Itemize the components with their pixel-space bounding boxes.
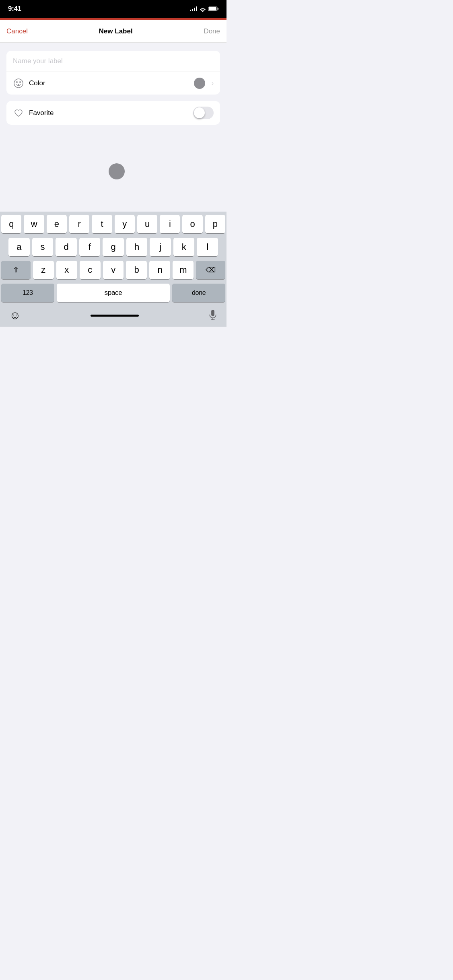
favorite-card: Favorite (6, 101, 220, 125)
key-t[interactable]: t (92, 215, 112, 233)
favorite-label: Favorite (29, 109, 188, 117)
key-k[interactable]: k (173, 238, 195, 256)
main-content-area (0, 131, 226, 212)
key-b[interactable]: b (126, 261, 147, 279)
svg-rect-7 (211, 310, 214, 316)
key-f[interactable]: f (79, 238, 101, 256)
svg-point-3 (14, 79, 23, 88)
signal-icon (190, 6, 197, 11)
keyboard-row-2: a s d f g h j k l (1, 238, 225, 256)
battery-icon (208, 6, 218, 11)
keyboard-row-3: ⇧ z x c v b n m ⌫ (1, 261, 225, 279)
svg-rect-1 (209, 7, 216, 10)
emoji-icon[interactable]: ☺ (9, 309, 21, 322)
favorite-toggle[interactable] (193, 107, 214, 119)
key-v[interactable]: v (103, 261, 124, 279)
microphone-icon[interactable] (208, 310, 217, 321)
key-o[interactable]: o (182, 215, 202, 233)
heart-icon (13, 107, 24, 119)
wifi-icon (200, 6, 206, 11)
key-m[interactable]: m (173, 261, 194, 279)
toggle-knob (194, 107, 205, 118)
key-x[interactable]: x (56, 261, 77, 279)
delete-key[interactable]: ⌫ (196, 261, 225, 279)
home-indicator (91, 315, 139, 317)
palette-icon (13, 78, 24, 89)
svg-point-5 (19, 81, 21, 83)
numbers-key[interactable]: 123 (1, 284, 54, 302)
key-h[interactable]: h (126, 238, 148, 256)
key-c[interactable]: c (80, 261, 101, 279)
color-chevron-icon: › (212, 80, 214, 87)
page-title: New Label (99, 27, 133, 35)
svg-rect-2 (218, 8, 218, 10)
label-form-card: Color › (6, 51, 220, 95)
key-s[interactable]: s (32, 238, 54, 256)
keyboard-row-4: 123 space done (1, 284, 225, 302)
keyboard-done-key[interactable]: done (172, 284, 225, 302)
key-u[interactable]: u (137, 215, 157, 233)
key-y[interactable]: y (115, 215, 135, 233)
key-e[interactable]: e (47, 215, 67, 233)
color-row[interactable]: Color › (6, 72, 220, 95)
floating-dot (109, 163, 125, 179)
cancel-button[interactable]: Cancel (6, 27, 28, 35)
favorite-row: Favorite (6, 101, 220, 125)
key-a[interactable]: a (8, 238, 30, 256)
color-label: Color (29, 79, 189, 87)
key-p[interactable]: p (205, 215, 225, 233)
shift-key[interactable]: ⇧ (1, 261, 31, 279)
done-button[interactable]: Done (204, 27, 220, 35)
key-l[interactable]: l (197, 238, 218, 256)
status-time: 9:41 (8, 5, 21, 13)
keyboard-row-1: q w e r t y u i o p (1, 215, 225, 233)
key-r[interactable]: r (69, 215, 89, 233)
key-n[interactable]: n (149, 261, 170, 279)
keyboard[interactable]: q w e r t y u i o p a s d f g h j k l ⇧ … (0, 212, 226, 327)
key-d[interactable]: d (56, 238, 77, 256)
status-bar: 9:41 (0, 0, 226, 18)
nav-bar: Cancel New Label Done (0, 20, 226, 43)
key-g[interactable]: g (103, 238, 124, 256)
status-icons (190, 6, 218, 11)
color-dot (194, 78, 205, 89)
key-w[interactable]: w (24, 215, 44, 233)
key-z[interactable]: z (33, 261, 54, 279)
space-key[interactable]: space (57, 284, 170, 302)
key-j[interactable]: j (150, 238, 171, 256)
svg-point-4 (16, 81, 18, 83)
keyboard-bottom-row: ☺ (1, 307, 225, 325)
key-i[interactable]: i (160, 215, 180, 233)
name-input-row[interactable] (6, 51, 220, 72)
content-area: Color › Favorite (0, 43, 226, 125)
label-name-input[interactable] (13, 57, 214, 65)
key-q[interactable]: q (1, 215, 21, 233)
